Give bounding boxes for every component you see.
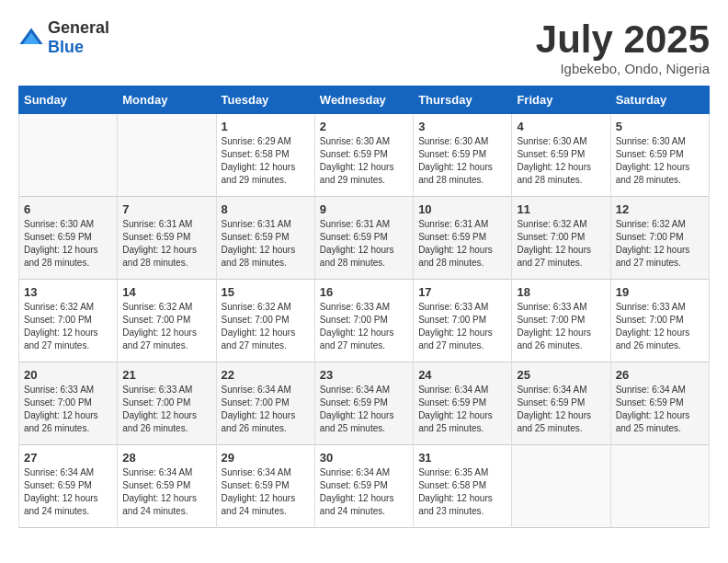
logo: General Blue xyxy=(18,18,109,57)
day-number: 31 xyxy=(418,451,506,465)
day-number: 14 xyxy=(122,285,210,299)
day-number: 15 xyxy=(222,285,310,299)
calendar-cell: 21 Sunrise: 6:33 AMSunset: 7:00 PMDaylig… xyxy=(118,362,216,445)
calendar-cell xyxy=(610,445,709,528)
calendar-cell: 13 Sunrise: 6:32 AMSunset: 7:00 PMDaylig… xyxy=(19,280,118,362)
day-number: 8 xyxy=(222,202,310,216)
calendar-cell: 20 Sunrise: 6:33 AMSunset: 7:00 PMDaylig… xyxy=(19,362,118,445)
calendar-cell xyxy=(512,445,610,528)
day-info: Sunrise: 6:34 AMSunset: 6:59 PMDaylight:… xyxy=(320,384,408,435)
logo-icon xyxy=(18,25,44,51)
day-info: Sunrise: 6:30 AMSunset: 6:59 PMDaylight:… xyxy=(418,135,506,187)
day-number: 30 xyxy=(320,451,408,465)
day-number: 5 xyxy=(616,120,704,133)
day-info: Sunrise: 6:30 AMSunset: 6:59 PMDaylight:… xyxy=(517,135,605,187)
day-info: Sunrise: 6:34 AMSunset: 6:59 PMDaylight:… xyxy=(320,466,408,518)
day-info: Sunrise: 6:32 AMSunset: 7:00 PMDaylight:… xyxy=(517,218,605,270)
day-info: Sunrise: 6:29 AMSunset: 6:58 PMDaylight:… xyxy=(222,135,310,187)
calendar-cell: 28 Sunrise: 6:34 AMSunset: 6:59 PMDaylig… xyxy=(118,445,216,528)
day-info: Sunrise: 6:32 AMSunset: 7:00 PMDaylight:… xyxy=(24,301,112,352)
calendar-week-row: 6 Sunrise: 6:30 AMSunset: 6:59 PMDayligh… xyxy=(19,197,710,280)
calendar-cell: 6 Sunrise: 6:30 AMSunset: 6:59 PMDayligh… xyxy=(19,197,118,280)
day-info: Sunrise: 6:30 AMSunset: 6:59 PMDaylight:… xyxy=(320,135,408,187)
day-number: 25 xyxy=(517,368,605,382)
calendar-cell: 17 Sunrise: 6:33 AMSunset: 7:00 PMDaylig… xyxy=(414,280,512,362)
calendar-cell: 16 Sunrise: 6:33 AMSunset: 7:00 PMDaylig… xyxy=(314,280,413,362)
calendar-cell: 27 Sunrise: 6:34 AMSunset: 6:59 PMDaylig… xyxy=(19,445,118,528)
calendar-week-row: 13 Sunrise: 6:32 AMSunset: 7:00 PMDaylig… xyxy=(19,280,710,362)
day-info: Sunrise: 6:34 AMSunset: 6:59 PMDaylight:… xyxy=(418,384,506,435)
title-section: July 2025 Igbekebo, Ondo, Nigeria xyxy=(536,18,710,76)
day-info: Sunrise: 6:30 AMSunset: 6:59 PMDaylight:… xyxy=(24,218,112,270)
calendar-cell xyxy=(19,114,118,197)
weekday-header: Wednesday xyxy=(314,86,413,114)
calendar-cell: 19 Sunrise: 6:33 AMSunset: 7:00 PMDaylig… xyxy=(610,280,709,362)
calendar-cell: 23 Sunrise: 6:34 AMSunset: 6:59 PMDaylig… xyxy=(314,362,413,445)
calendar-week-row: 20 Sunrise: 6:33 AMSunset: 7:00 PMDaylig… xyxy=(19,362,710,445)
month-title: July 2025 xyxy=(536,18,710,61)
calendar-cell: 11 Sunrise: 6:32 AMSunset: 7:00 PMDaylig… xyxy=(512,197,610,280)
day-info: Sunrise: 6:31 AMSunset: 6:59 PMDaylight:… xyxy=(320,218,408,270)
day-number: 13 xyxy=(24,285,112,299)
day-number: 29 xyxy=(222,451,310,465)
weekday-header: Monday xyxy=(118,86,216,114)
day-number: 27 xyxy=(24,451,112,465)
calendar-week-row: 27 Sunrise: 6:34 AMSunset: 6:59 PMDaylig… xyxy=(19,445,710,528)
day-number: 11 xyxy=(517,202,605,216)
calendar-cell: 5 Sunrise: 6:30 AMSunset: 6:59 PMDayligh… xyxy=(610,114,709,197)
day-number: 10 xyxy=(418,202,506,216)
day-info: Sunrise: 6:34 AMSunset: 7:00 PMDaylight:… xyxy=(222,384,310,435)
calendar-cell: 2 Sunrise: 6:30 AMSunset: 6:59 PMDayligh… xyxy=(314,114,413,197)
day-number: 9 xyxy=(320,202,408,216)
day-info: Sunrise: 6:30 AMSunset: 6:59 PMDaylight:… xyxy=(616,135,704,187)
calendar-cell: 4 Sunrise: 6:30 AMSunset: 6:59 PMDayligh… xyxy=(512,114,610,197)
logo-blue-text: Blue xyxy=(48,38,84,56)
day-info: Sunrise: 6:31 AMSunset: 6:59 PMDaylight:… xyxy=(418,218,506,270)
calendar-cell: 14 Sunrise: 6:32 AMSunset: 7:00 PMDaylig… xyxy=(118,280,216,362)
weekday-header: Tuesday xyxy=(216,86,314,114)
calendar-cell: 31 Sunrise: 6:35 AMSunset: 6:58 PMDaylig… xyxy=(414,445,512,528)
day-info: Sunrise: 6:32 AMSunset: 7:00 PMDaylight:… xyxy=(222,301,310,352)
calendar-cell: 8 Sunrise: 6:31 AMSunset: 6:59 PMDayligh… xyxy=(216,197,314,280)
day-info: Sunrise: 6:31 AMSunset: 6:59 PMDaylight:… xyxy=(122,218,210,270)
day-info: Sunrise: 6:33 AMSunset: 7:00 PMDaylight:… xyxy=(24,384,112,435)
day-info: Sunrise: 6:33 AMSunset: 7:00 PMDaylight:… xyxy=(320,301,408,352)
calendar-cell xyxy=(118,114,216,197)
calendar-cell: 25 Sunrise: 6:34 AMSunset: 6:59 PMDaylig… xyxy=(512,362,610,445)
day-number: 2 xyxy=(320,120,408,133)
logo-general-text: General xyxy=(48,18,109,37)
weekday-header: Thursday xyxy=(414,86,512,114)
calendar-table: SundayMondayTuesdayWednesdayThursdayFrid… xyxy=(18,86,710,528)
day-info: Sunrise: 6:31 AMSunset: 6:59 PMDaylight:… xyxy=(222,218,310,270)
day-info: Sunrise: 6:33 AMSunset: 7:00 PMDaylight:… xyxy=(122,384,210,435)
day-number: 28 xyxy=(122,451,210,465)
day-number: 21 xyxy=(122,368,210,382)
calendar-cell: 29 Sunrise: 6:34 AMSunset: 6:59 PMDaylig… xyxy=(216,445,314,528)
day-info: Sunrise: 6:34 AMSunset: 6:59 PMDaylight:… xyxy=(24,466,112,518)
day-info: Sunrise: 6:33 AMSunset: 7:00 PMDaylight:… xyxy=(418,301,506,352)
day-number: 1 xyxy=(222,120,310,133)
day-number: 7 xyxy=(122,202,210,216)
calendar-cell: 26 Sunrise: 6:34 AMSunset: 6:59 PMDaylig… xyxy=(610,362,709,445)
calendar-cell: 22 Sunrise: 6:34 AMSunset: 7:00 PMDaylig… xyxy=(216,362,314,445)
day-number: 17 xyxy=(418,285,506,299)
calendar-cell: 9 Sunrise: 6:31 AMSunset: 6:59 PMDayligh… xyxy=(314,197,413,280)
day-info: Sunrise: 6:34 AMSunset: 6:59 PMDaylight:… xyxy=(616,384,704,435)
calendar-cell: 15 Sunrise: 6:32 AMSunset: 7:00 PMDaylig… xyxy=(216,280,314,362)
day-number: 3 xyxy=(418,120,506,133)
location-title: Igbekebo, Ondo, Nigeria xyxy=(536,61,710,76)
day-info: Sunrise: 6:34 AMSunset: 6:59 PMDaylight:… xyxy=(222,466,310,518)
day-number: 22 xyxy=(222,368,310,382)
day-info: Sunrise: 6:34 AMSunset: 6:59 PMDaylight:… xyxy=(122,466,210,518)
day-number: 19 xyxy=(616,285,704,299)
calendar-cell: 3 Sunrise: 6:30 AMSunset: 6:59 PMDayligh… xyxy=(414,114,512,197)
calendar-cell: 30 Sunrise: 6:34 AMSunset: 6:59 PMDaylig… xyxy=(314,445,413,528)
calendar-cell: 7 Sunrise: 6:31 AMSunset: 6:59 PMDayligh… xyxy=(118,197,216,280)
day-number: 12 xyxy=(616,202,704,216)
weekday-header: Sunday xyxy=(19,86,118,114)
calendar-cell: 10 Sunrise: 6:31 AMSunset: 6:59 PMDaylig… xyxy=(414,197,512,280)
day-info: Sunrise: 6:33 AMSunset: 7:00 PMDaylight:… xyxy=(616,301,704,352)
day-number: 18 xyxy=(517,285,605,299)
day-info: Sunrise: 6:34 AMSunset: 6:59 PMDaylight:… xyxy=(517,384,605,435)
calendar-header-row: SundayMondayTuesdayWednesdayThursdayFrid… xyxy=(19,86,710,114)
